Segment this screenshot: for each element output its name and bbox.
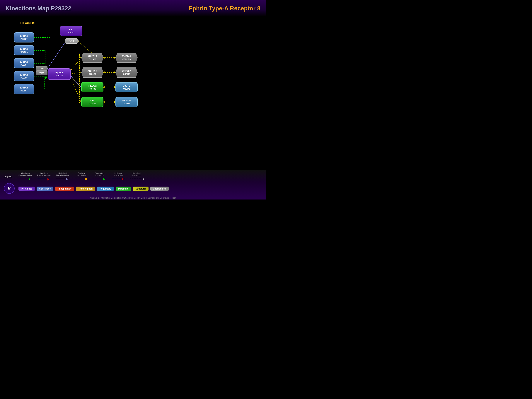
svg-marker-26 [70,76,73,78]
node-efna3[interactable]: EFNA3 P52797 [14,58,34,68]
page-title-right: Ephrin Type-A Receptor 8 [189,5,260,12]
svg-line-15 [47,42,66,69]
copyright: Kinexus Bioinformatics Corporation © 201… [0,196,266,200]
badge-structural[interactable]: Structural [133,187,149,191]
legend-label: Legend [4,175,13,178]
legend-stim-interact: StimulatoryInteraction [93,172,106,181]
arrow-red-solid-icon [38,179,51,179]
node-pik3cg[interactable]: PIK3CG P48736 [81,82,103,92]
legend-undef-interact: UndefinedInteraction [130,172,143,181]
arrow-blue-solid-icon [56,179,69,179]
svg-line-17 [70,58,81,71]
badge-row: K Tyr Kinase Ser Kinase Phosphatase Tran… [0,182,266,196]
badge-ser-kinase[interactable]: Ser Kinase [37,187,53,191]
diagram-area: LIGANDS [0,17,266,170]
arrow-white-dashed-icon [130,179,143,179]
kinexus-logo-icon: K [4,183,15,194]
node-y616: Y616 [36,66,47,70]
arrow-red-dashed-icon [112,179,125,179]
svg-line-39 [78,42,92,54]
node-znf767[interactable]: ZNF767 Q6PI48 [115,67,138,78]
orange-dot-icon [85,178,87,180]
badge-transcription[interactable]: Transcription [76,187,95,191]
legend-inhib-phospho: InhibitoryPhosphorylation [37,172,51,181]
badge-phosphatase[interactable]: Phosphatase [55,187,74,191]
node-anks1a[interactable]: ANKS1A Q92625 [81,53,103,63]
node-anks1b[interactable]: ANKS1B Q7Z6G8 [81,67,103,78]
node-efna1[interactable]: EFNA1 P20827 [14,32,34,43]
arrow-green-dashed-icon [93,179,106,179]
node-cbl[interactable]: Cbl P22681 [81,97,103,107]
svg-marker-10 [44,77,47,79]
legend-undef-phospho: UndefinedPhosphorylation [56,172,69,181]
connections-svg [0,17,266,170]
node-efna5[interactable]: EFNA5 P52803 [14,84,34,94]
svg-line-19 [70,72,81,74]
ligands-label: LIGANDS [20,21,35,25]
legend-dephos: Dephos-phorylation [75,172,88,181]
node-sh2[interactable]: SH2 [65,38,78,44]
node-epha8[interactable]: EphA8 P29322 [48,68,71,80]
node-efna2[interactable]: EFNA2 O43921 [14,45,34,55]
legend-inhib-interact: InhibitoryInteraction [112,172,125,181]
badge-regulatory[interactable]: Regulatory [97,187,114,191]
badge-unclassified[interactable]: Unclassified [150,187,169,191]
arrow-green-solid-icon [19,179,32,179]
node-g3bp1[interactable]: G3BP1 Q3BP1 [115,82,138,92]
footer: Legend StimulatoryPhosphorylation Inhibi… [0,170,266,200]
svg-line-25 [71,77,81,87]
svg-line-23 [70,78,81,102]
node-y839: Y839 [36,71,47,75]
legend-stim-phospho: StimulatoryPhosphorylation [19,172,32,181]
node-znf746[interactable]: ZNF746 Q6NUN9 [115,53,138,63]
badge-metabolic[interactable]: Metabolic [116,187,131,191]
legend-area: Legend StimulatoryPhosphorylation Inhibi… [0,170,266,182]
node-fyn[interactable]: Fyn P06241 [60,26,82,36]
arrow-orange-dot-icon [75,178,88,180]
node-efna4[interactable]: EFNA4 P52798 [14,71,34,81]
header: Kinections Map P29322 Ephrin Type-A Rece… [0,0,266,17]
svg-text:K: K [8,186,11,191]
page-title-left: Kinections Map P29322 [6,5,71,12]
node-psmc5[interactable]: PSMC5 Q13283 [115,97,138,107]
badge-tyr-kinase[interactable]: Tyr Kinase [19,187,35,191]
svg-line-21 [70,77,81,87]
